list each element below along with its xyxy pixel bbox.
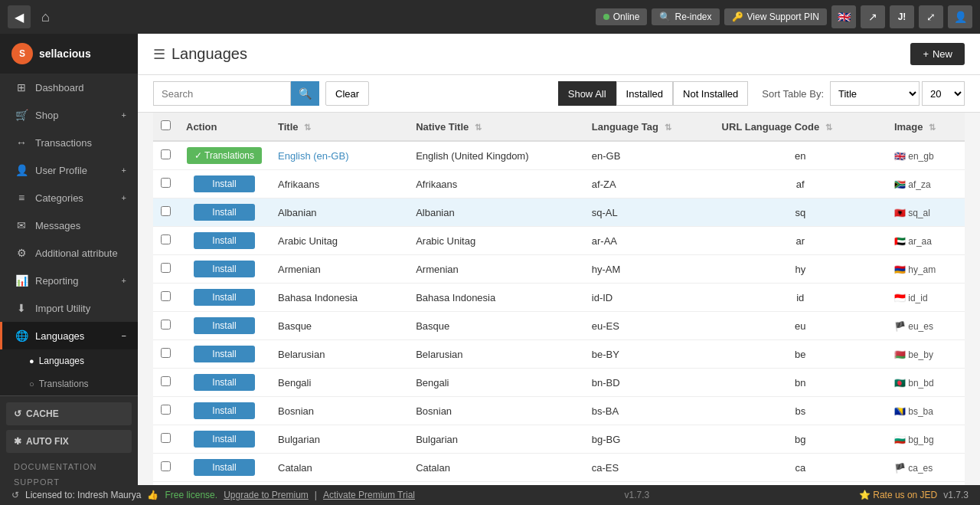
row-checkbox[interactable] <box>161 320 171 330</box>
install-button[interactable]: Install <box>194 317 255 334</box>
row-checkbox[interactable] <box>161 206 171 216</box>
sidebar-sub-item-translations[interactable]: ○ Translations <box>0 372 138 395</box>
sidebar-item-additional-attribute[interactable]: ⚙ Additional attribute <box>0 239 138 267</box>
action-cell: Install <box>178 170 270 198</box>
installed-button[interactable]: Installed <box>616 81 673 106</box>
title-header: Title ⇅ <box>270 113 408 141</box>
show-all-button[interactable]: Show All <box>558 81 616 106</box>
online-status-button[interactable]: Online <box>596 8 648 25</box>
install-button[interactable]: Install <box>194 261 255 277</box>
upgrade-link[interactable]: Upgrade to Premium <box>224 490 309 500</box>
back-button[interactable]: ◀ <box>8 5 31 28</box>
row-checkbox[interactable] <box>161 149 171 159</box>
search-input[interactable] <box>153 81 291 106</box>
home-button[interactable]: ⌂ <box>35 6 56 28</box>
image-sort-icon[interactable]: ⇅ <box>929 123 936 132</box>
language-tag-cell: bs-BA <box>584 397 714 425</box>
joomla-icon-button[interactable]: J! <box>890 5 914 28</box>
language-tag-sort-icon[interactable]: ⇅ <box>665 123 671 132</box>
top-navigation: ◀ ⌂ Online 🔍 Re-index 🔑 View Support PIN… <box>0 0 980 34</box>
rate-us-link[interactable]: ⭐ Rate us on JED <box>859 490 937 500</box>
activate-trial-link[interactable]: Activate Premium Trial <box>323 490 415 500</box>
chevron-right-icon: + <box>122 193 126 202</box>
cache-button[interactable]: ↺ CACHE <box>6 402 132 425</box>
logo-icon: S <box>11 43 33 64</box>
translations-button[interactable]: ✓ Translations <box>187 147 262 164</box>
native-title-cell: Belarusian <box>408 340 584 369</box>
sort-label: Sort Table By: <box>762 88 824 100</box>
install-button[interactable]: Install <box>194 374 255 391</box>
table-row: InstallBulgarianBulgarianbg-BGbg🇧🇬 bg_bg <box>153 425 965 454</box>
install-button[interactable]: Install <box>194 459 255 476</box>
separator: | <box>315 490 317 500</box>
sidebar-item-categories[interactable]: ≡ Categories + <box>0 184 138 212</box>
language-tag-cell: bg-BG <box>584 425 714 454</box>
sidebar-item-transactions[interactable]: ↔ Transactions <box>0 129 138 156</box>
install-button[interactable]: Install <box>194 346 255 362</box>
sidebar-footer: ↺ CACHE ✱ AUTO FIX DOCUMENTATION SUPPORT <box>0 395 138 485</box>
flag-image: 🇧🇬 bg_bg <box>894 434 934 445</box>
user-menu-button[interactable]: 👤 <box>948 5 972 28</box>
sidebar-item-label: Shop <box>35 110 58 121</box>
languages-submenu: ● Languages ○ Translations <box>0 349 138 395</box>
clear-button[interactable]: Clear <box>325 81 369 106</box>
sidebar-item-import-utility[interactable]: ⬇ Import Utility <box>0 294 138 322</box>
flag-button[interactable]: 🇬🇧 <box>831 5 856 28</box>
sidebar-item-reporting[interactable]: 📊 Reporting + <box>0 267 138 294</box>
url-code-cell: bs <box>714 397 887 425</box>
url-code-sort-icon[interactable]: ⇅ <box>825 123 832 132</box>
image-cell: 🇦🇱 sq_al <box>887 198 965 227</box>
title-sort-icon[interactable]: ⇅ <box>304 123 311 132</box>
action-header: Action <box>178 113 270 141</box>
autofix-button[interactable]: ✱ AUTO FIX <box>6 430 132 453</box>
search-button[interactable]: 🔍 <box>291 81 319 106</box>
row-checkbox[interactable] <box>161 234 171 244</box>
sidebar-item-label: Categories <box>35 192 83 204</box>
install-button[interactable]: Install <box>194 289 255 306</box>
sidebar-item-messages[interactable]: ✉ Messages <box>0 212 138 239</box>
action-cell: ✓ Translations <box>178 141 270 170</box>
table-row: InstallBelarusianBelarusianbe-BYbe🇧🇾 be_… <box>153 340 965 369</box>
install-button[interactable]: Install <box>194 402 255 419</box>
row-checkbox-cell <box>153 284 178 312</box>
install-button[interactable]: Install <box>194 232 255 249</box>
native-title-sort-icon[interactable]: ⇅ <box>475 123 482 132</box>
new-button[interactable]: + New <box>910 43 965 65</box>
sidebar-item-shop[interactable]: 🛒 Shop + <box>0 101 138 129</box>
install-button[interactable]: Install <box>194 431 255 448</box>
row-checkbox-cell <box>153 198 178 227</box>
support-label: SUPPORT <box>6 473 132 485</box>
sidebar-item-label: Messages <box>35 220 80 231</box>
action-cell: Install <box>178 198 270 227</box>
row-checkbox[interactable] <box>161 405 171 415</box>
row-checkbox[interactable] <box>161 291 171 301</box>
install-button[interactable]: Install <box>194 204 255 221</box>
row-checkbox[interactable] <box>161 376 171 386</box>
table-row: InstallBahasa IndonesiaBahasa Indonesiai… <box>153 284 965 312</box>
row-checkbox[interactable] <box>161 178 171 188</box>
row-checkbox[interactable] <box>161 348 171 358</box>
per-page-select[interactable]: 5 10 20 50 100 <box>922 81 965 106</box>
sidebar-item-languages[interactable]: 🌐 Languages − <box>0 322 138 349</box>
row-checkbox-cell <box>153 141 178 170</box>
sidebar-item-dashboard[interactable]: ⊞ Dashboard <box>0 74 138 101</box>
row-checkbox[interactable] <box>161 461 171 471</box>
sidebar-sub-item-languages[interactable]: ● Languages <box>0 349 138 372</box>
row-checkbox[interactable] <box>161 433 171 443</box>
language-tag-cell: bn-BD <box>584 369 714 397</box>
not-installed-button[interactable]: Not Installed <box>673 81 748 106</box>
sidebar-item-user-profile[interactable]: 👤 User Profile + <box>0 156 138 184</box>
support-pin-button[interactable]: 🔑 View Support PIN <box>724 8 828 25</box>
free-license-icon: 👍 <box>147 490 158 500</box>
title-link[interactable]: English (en-GB) <box>278 150 348 162</box>
chevron-down-icon: − <box>122 331 126 340</box>
row-checkbox[interactable] <box>161 263 171 273</box>
resize-button[interactable]: ⤢ <box>919 5 943 28</box>
sort-select[interactable]: Title Native Title Language Tag URL Code <box>830 81 920 106</box>
select-all-checkbox[interactable] <box>161 120 171 130</box>
flag-image: 🇮🇩 id_id <box>894 293 928 303</box>
open-icon-button[interactable]: ↗ <box>861 5 885 28</box>
install-button[interactable]: Install <box>194 175 255 192</box>
reindex-button[interactable]: 🔍 Re-index <box>652 8 719 25</box>
circle-icon: ○ <box>29 379 34 389</box>
